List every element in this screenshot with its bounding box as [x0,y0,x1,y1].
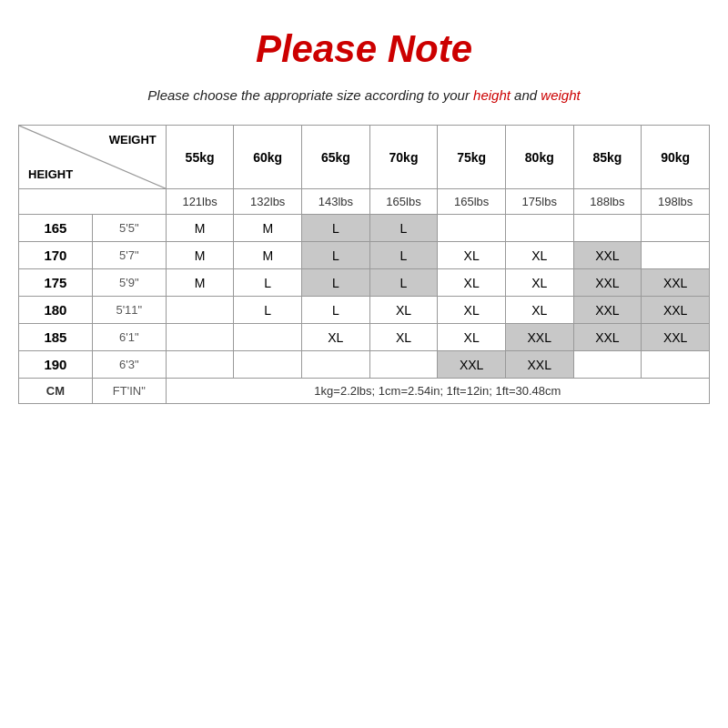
weight-lbs-2: 143lbs [302,189,370,215]
size-cell-1-3: L [369,242,438,269]
size-cell-2-7: XXL [642,269,710,297]
table-row: 1856'1"XLXLXLXXLXXLXXL [19,324,710,351]
weight-lbs-1: 132lbs [234,189,302,215]
size-cell-5-1 [234,351,302,379]
subtitle: Please choose the appropriate size accor… [147,87,580,103]
cm-cell-4: 185 [19,324,93,351]
size-cell-0-6 [573,215,642,242]
size-cell-4-5: XXL [505,324,573,351]
size-cell-2-1: L [234,269,302,297]
ftin-cell-5: 6'3" [92,351,166,379]
weight-lbs-6: 188lbs [573,189,642,215]
subtitle-before: Please choose the appropriate size accor… [147,87,473,103]
size-cell-5-3 [369,351,438,379]
table-row: 1655'5"MMLL [19,215,710,242]
page-title: Please Note [256,27,472,71]
size-cell-2-5: XL [505,269,573,297]
subtitle-weight: weight [541,87,580,103]
table-row: 1906'3"XXLXXL [19,351,710,379]
size-cell-5-4: XXL [438,351,506,379]
size-cell-1-2: L [302,242,370,269]
size-cell-3-4: XL [438,297,506,324]
size-cell-0-2: L [302,215,370,242]
size-cell-4-3: XL [369,324,438,351]
weight-kg-2: 65kg [302,126,370,189]
size-chart: WEIGHT HEIGHT 55kg 60kg 65kg 70kg 75kg 8… [18,125,710,404]
size-cell-3-0 [166,297,234,324]
footer-cm: CM [19,379,93,404]
corner-height-label: HEIGHT [28,167,73,181]
ftin-cell-0: 5'5" [92,215,166,242]
size-cell-0-1: M [234,215,302,242]
weight-kg-1: 60kg [234,126,302,189]
weight-lbs-7: 198lbs [642,189,710,215]
corner-weight-label: WEIGHT [109,133,157,147]
cm-cell-0: 165 [19,215,93,242]
weight-lbs-0: 121lbs [166,189,234,215]
subtitle-height: height [473,87,511,103]
corner-cell: WEIGHT HEIGHT [19,126,167,189]
size-cell-3-2: L [302,297,370,324]
size-cell-1-7 [642,242,710,269]
size-cell-2-3: L [369,269,438,297]
size-cell-5-7 [642,351,710,379]
footer-ftin: FT'IN" [92,379,166,404]
size-cell-1-6: XXL [573,242,642,269]
weight-lbs-5: 175lbs [505,189,573,215]
size-cell-4-2: XL [302,324,370,351]
ftin-cell-1: 5'7" [92,242,166,269]
weight-kg-5: 80kg [505,126,573,189]
ftin-cell-2: 5'9" [92,269,166,297]
size-cell-5-2 [302,351,370,379]
size-cell-0-0: M [166,215,234,242]
weight-kg-3: 70kg [369,126,438,189]
cm-cell-2: 175 [19,269,93,297]
size-cell-0-5 [505,215,573,242]
lbs-empty [19,189,167,215]
size-cell-4-6: XXL [573,324,642,351]
size-cell-5-5: XXL [505,351,573,379]
size-cell-1-1: M [234,242,302,269]
size-cell-1-0: M [166,242,234,269]
size-cell-4-4: XL [438,324,506,351]
weight-lbs-4: 165lbs [438,189,506,215]
weight-kg-4: 75kg [438,126,506,189]
footer-row: CMFT'IN"1kg=2.2lbs; 1cm=2.54in; 1ft=12in… [19,379,710,404]
size-cell-5-0 [166,351,234,379]
ftin-cell-3: 5'11" [92,297,166,324]
size-cell-3-7: XXL [642,297,710,324]
size-cell-2-4: XL [438,269,506,297]
size-cell-5-6 [573,351,642,379]
cm-cell-5: 190 [19,351,93,379]
weight-kg-6: 85kg [573,126,642,189]
footer-note: 1kg=2.2lbs; 1cm=2.54in; 1ft=12in; 1ft=30… [166,379,709,404]
size-cell-2-0: M [166,269,234,297]
size-cell-4-7: XXL [642,324,710,351]
size-cell-0-7 [642,215,710,242]
ftin-cell-4: 6'1" [92,324,166,351]
weight-header-row: WEIGHT HEIGHT 55kg 60kg 65kg 70kg 75kg 8… [19,126,710,189]
weight-kg-7: 90kg [642,126,710,189]
size-cell-3-3: XL [369,297,438,324]
size-cell-3-1: L [234,297,302,324]
weight-lbs-3: 165lbs [369,189,438,215]
size-cell-2-6: XXL [573,269,642,297]
size-cell-0-3: L [369,215,438,242]
size-cell-1-5: XL [505,242,573,269]
subtitle-middle: and [511,87,541,103]
table-row: 1755'9"MLLLXLXLXXLXXL [19,269,710,297]
size-cell-3-5: XL [505,297,573,324]
size-cell-3-6: XXL [573,297,642,324]
table-row: 1805'11"LLXLXLXLXXLXXL [19,297,710,324]
table-row: 1705'7"MMLLXLXLXXL [19,242,710,269]
cm-cell-3: 180 [19,297,93,324]
size-cell-4-1 [234,324,302,351]
size-cell-0-4 [438,215,506,242]
weight-kg-0: 55kg [166,126,234,189]
cm-cell-1: 170 [19,242,93,269]
size-cell-4-0 [166,324,234,351]
size-cell-1-4: XL [438,242,506,269]
size-cell-2-2: L [302,269,370,297]
lbs-header-row: 121lbs 132lbs 143lbs 165lbs 165lbs 175lb… [19,189,710,215]
